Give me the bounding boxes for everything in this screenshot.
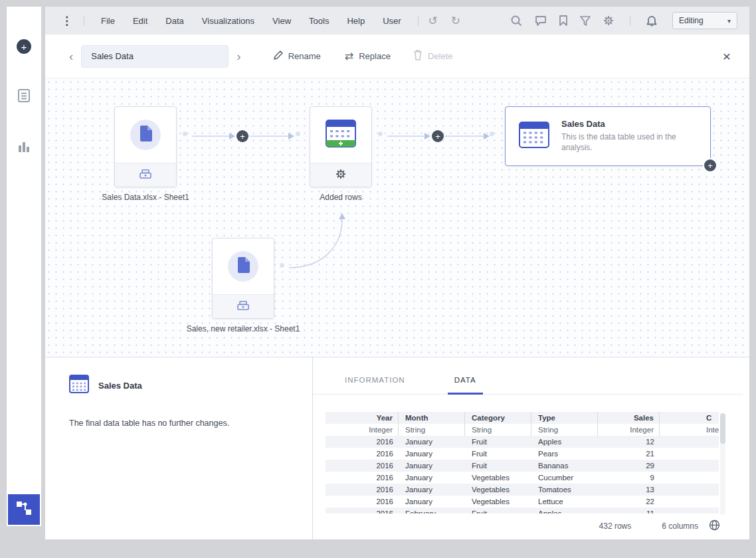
close-button[interactable]: × <box>723 49 731 63</box>
table-row[interactable]: 2016JanuaryFruitApples12 <box>326 436 719 448</box>
header-cell: Year <box>326 412 399 424</box>
settings-button[interactable] <box>603 15 614 26</box>
details-header: Sales Data <box>69 375 312 396</box>
undo-button[interactable]: ↺ <box>428 14 438 28</box>
tab-data[interactable]: DATA <box>454 376 476 394</box>
source-node-new-retailer[interactable] <box>212 238 274 319</box>
table-cell: 2016 <box>326 460 399 472</box>
filter-button[interactable] <box>580 16 591 26</box>
data-canvas[interactable]: + + Sales <box>45 78 749 357</box>
plus-icon: + <box>708 161 713 170</box>
connector-port <box>490 132 494 136</box>
replace-label: Replace <box>359 51 391 61</box>
menu-user[interactable]: User <box>383 16 401 26</box>
transform-node-footer <box>310 163 371 187</box>
table-row[interactable]: 2016JanuaryFruitBananas29 <box>326 460 719 472</box>
menu-view[interactable]: View <box>272 16 291 26</box>
redo-button[interactable]: ↻ <box>451 14 460 28</box>
table-cell: 2016 <box>326 472 399 484</box>
table-row[interactable]: 2016FebruaryFruitApples11 <box>326 508 719 513</box>
editing-mode-dropdown[interactable]: Editing ▾ <box>672 12 737 29</box>
table-cell: January <box>399 472 465 484</box>
table-row[interactable]: 2016JanuaryVegetablesCucumber9 <box>326 472 719 484</box>
divider <box>630 16 630 26</box>
table-cell <box>660 460 719 472</box>
app-menu-icon[interactable]: ⋮ <box>61 14 72 28</box>
table-cell: January <box>399 496 465 508</box>
connector-port <box>183 132 187 136</box>
add-node-button[interactable]: + <box>704 159 716 171</box>
table-cell <box>660 472 719 484</box>
add-button[interactable]: + <box>17 39 31 54</box>
globe-icon[interactable] <box>709 519 720 533</box>
table-cell <box>660 436 719 448</box>
source-name-input[interactable] <box>81 45 229 68</box>
menu-edit[interactable]: Edit <box>133 16 147 26</box>
final-table-node[interactable]: Sales Data This is the data table used i… <box>505 106 711 166</box>
menu-tools[interactable]: Tools <box>309 16 329 26</box>
data-canvas-icon <box>16 501 32 518</box>
replace-icon: ⇄ <box>345 50 353 62</box>
menu-data[interactable]: Data <box>165 16 183 26</box>
table-cell: Vegetables <box>465 496 531 508</box>
comments-button[interactable] <box>535 15 547 26</box>
table-cell: 2016 <box>326 484 399 496</box>
details-tabs: INFORMATION DATA <box>313 357 743 395</box>
data-canvas-button-active[interactable] <box>8 494 40 525</box>
source-node-sales-data[interactable] <box>114 106 177 187</box>
chevron-down-icon: ▾ <box>727 17 731 25</box>
source-toolbar: ‹ › Rename ⇄ Replace Delete × <box>45 35 749 78</box>
toolbar-right: Editing ▾ <box>510 12 737 29</box>
scrollbar-thumb[interactable] <box>720 413 725 444</box>
table-row[interactable]: 2016JanuaryVegetablesTomatoes13 <box>326 484 719 496</box>
table-scrollbar[interactable] <box>720 413 725 515</box>
rename-button[interactable]: Rename <box>273 50 321 62</box>
source-node-body <box>115 107 176 163</box>
file-icon <box>139 126 152 144</box>
table-cell: Tomatoes <box>531 484 598 496</box>
details-panel: Sales Data The final data table has no f… <box>45 357 749 539</box>
transform-node-added-rows[interactable] <box>310 106 372 187</box>
header-cell: Integer <box>598 424 660 436</box>
table-cell: January <box>399 436 465 448</box>
table-cell: 11 <box>598 508 660 513</box>
menu-file[interactable]: File <box>101 16 115 26</box>
header-cell: Type <box>531 412 598 424</box>
table-cell: Lettuce <box>531 496 598 508</box>
table-cell: Vegetables <box>465 484 531 496</box>
delete-label: Delete <box>428 51 453 61</box>
table-cell <box>660 496 719 508</box>
table-row[interactable]: 2016JanuaryVegetablesLettuce22 <box>326 496 719 508</box>
details-title: Sales Data <box>98 381 142 391</box>
notifications-button[interactable] <box>646 15 657 27</box>
table-row[interactable]: 2016JanuaryFruitPears21 <box>326 448 719 460</box>
menu-visualizations[interactable]: Visualizations <box>202 16 254 26</box>
delete-button[interactable]: Delete <box>413 50 453 62</box>
table-body: 2016JanuaryFruitApples122016JanuaryFruit… <box>326 436 719 513</box>
header-cell: Integer <box>326 424 399 436</box>
data-in-analysis-button[interactable] <box>18 89 30 105</box>
visualizations-button[interactable] <box>18 140 30 155</box>
forward-chevron-button[interactable]: › <box>233 49 244 64</box>
tab-information[interactable]: INFORMATION <box>345 376 405 394</box>
replace-button[interactable]: ⇄ Replace <box>345 50 391 62</box>
data-preview-table: YearMonthCategoryTypeSalesC IntegerStrin… <box>326 412 719 513</box>
header-cell: Month <box>399 412 465 424</box>
bookmark-button[interactable] <box>559 15 567 26</box>
table-cell: Fruit <box>465 436 531 448</box>
transform-node-body <box>310 107 371 163</box>
table-cell <box>660 448 719 460</box>
search-button[interactable] <box>510 15 522 27</box>
table-cell: January <box>399 448 465 460</box>
table-cell <box>660 508 719 513</box>
header-cell: Sales <box>598 412 660 424</box>
connector-port <box>280 263 284 268</box>
back-chevron-button[interactable]: ‹ <box>65 49 77 64</box>
table-cell: Apples <box>531 436 598 448</box>
add-transformation-button[interactable]: + <box>432 130 444 142</box>
final-node-description: This is the data table used in the analy… <box>561 132 693 153</box>
add-transformation-button[interactable]: + <box>236 130 248 142</box>
menu-help[interactable]: Help <box>347 16 365 26</box>
transform-node-label: Added rows <box>274 193 407 202</box>
source-node-body <box>213 238 274 294</box>
